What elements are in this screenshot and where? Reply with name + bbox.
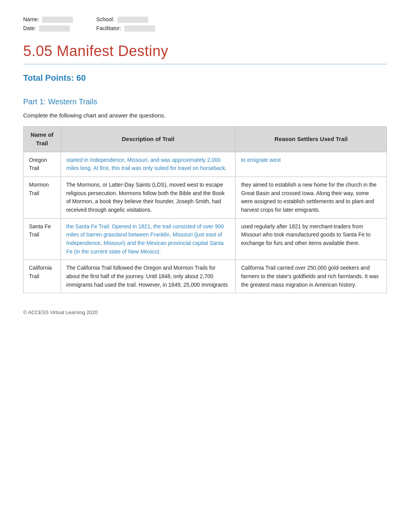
school-row: School:	[96, 15, 155, 24]
header-left: Name: Date:	[23, 15, 73, 32]
western-trails-table: Name of Trail Description of Trail Reaso…	[23, 126, 387, 294]
section-title: Part 1: Western Trails	[23, 96, 387, 107]
school-value	[117, 17, 148, 23]
table-header-row: Name of Trail Description of Trail Reaso…	[24, 126, 387, 152]
facilitator-value	[124, 25, 155, 32]
facilitator-label: Facilitator:	[96, 24, 121, 32]
trail-reason-cell: California Trail carried over 250,000 go…	[235, 260, 387, 293]
trail-name-cell: California Trail	[24, 260, 61, 293]
page-title: 5.05 Manifest Destiny	[23, 40, 387, 62]
date-value	[39, 25, 70, 32]
name-label: Name:	[23, 15, 39, 24]
name-value	[42, 17, 73, 23]
date-label: Date:	[23, 24, 36, 32]
trail-name-cell: Oregon Trail	[24, 152, 61, 177]
trail-description-cell: The Mormons, or Latter-Day Saints (LDS),…	[61, 177, 235, 218]
title-divider	[23, 64, 387, 65]
total-points: Total Points: 60	[23, 71, 387, 84]
table-row: California TrailThe California Trail fol…	[24, 260, 387, 293]
table-row: Santa Fe Trailthe Santa Fe Trail. Opened…	[24, 218, 387, 260]
school-label: School:	[96, 15, 114, 24]
table-row: Mormon TrailThe Mormons, or Latter-Day S…	[24, 177, 387, 218]
trail-name-cell: Mormon Trail	[24, 177, 61, 218]
trail-name-cell: Santa Fe Trail	[24, 218, 61, 260]
trail-description-cell: started in Independence, Missouri, and w…	[61, 152, 235, 177]
col-header-trail-name: Name of Trail	[24, 126, 61, 152]
table-row: Oregon Trailstarted in Independence, Mis…	[24, 152, 387, 177]
date-row: Date:	[23, 24, 73, 32]
facilitator-row: Facilitator:	[96, 24, 155, 32]
header-fields: Name: Date: School: Facilitator:	[23, 15, 387, 32]
trail-reason-cell: they aimed to establish a new home for t…	[235, 177, 387, 218]
col-header-reason: Reason Settlers Used Trail	[235, 126, 387, 152]
instructions: Complete the following chart and answer …	[23, 111, 387, 120]
trail-description-cell: The California Trail followed the Oregon…	[61, 260, 235, 293]
header-right: School: Facilitator:	[96, 15, 155, 32]
trail-reason-cell: used regularly after 1821 by merchant-tr…	[235, 218, 387, 260]
footer: © ACCESS Virtual Learning 2020	[23, 309, 387, 316]
col-header-description: Description of Trail	[61, 126, 235, 152]
trail-reason-cell: to emigrate west	[235, 152, 387, 177]
name-row: Name:	[23, 15, 73, 24]
trail-description-cell: the Santa Fe Trail. Opened in 1821, the …	[61, 218, 235, 260]
